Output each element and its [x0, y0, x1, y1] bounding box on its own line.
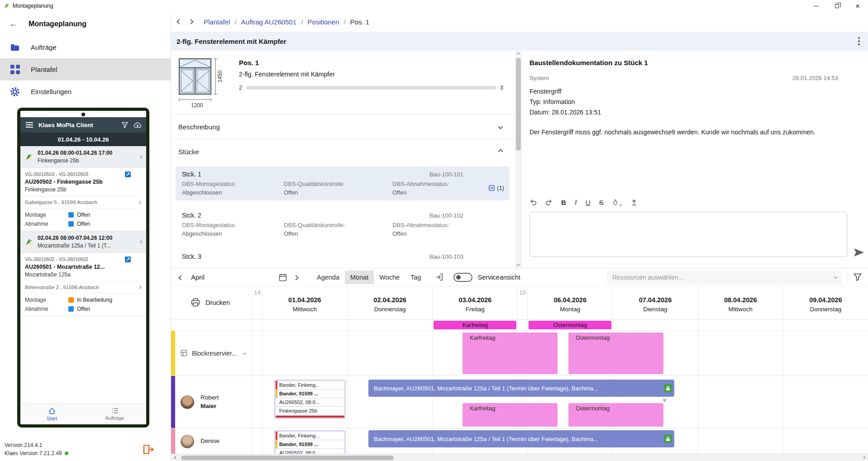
sidebar-item-plantafel[interactable]: Plantafel	[0, 58, 171, 81]
calendar-event-bachmayer[interactable]: Bachmayer, AU260501, Mozartstraße 125a /…	[368, 430, 674, 447]
task-item[interactable]: Bander, Finkeng...	[276, 432, 344, 440]
main-area: Plantafel / Auftrag AU260501 / Positione…	[171, 12, 868, 461]
send-button[interactable]	[854, 248, 864, 257]
order-address: Birkenstraße 2 , 91598 Ansbach	[25, 285, 99, 290]
day-header[interactable]: 01.04.2026Mittwoch	[262, 286, 347, 319]
close-button[interactable]: ×	[847, 0, 868, 12]
stueck-ref: Bau-100-102	[429, 212, 463, 219]
order-address: Gabelgasse 5 , 91599 Ansbach	[25, 200, 97, 205]
day-header[interactable]: 03.04.2026Freitag	[432, 286, 517, 319]
filter-icon[interactable]	[854, 273, 862, 281]
sidebar-item-auftraege[interactable]: Aufträge	[0, 36, 171, 58]
task-item[interactable]: Bander, 91599 ...	[276, 390, 344, 398]
view-tab-tag[interactable]: Tag	[405, 271, 426, 284]
section-beschreibung[interactable]: Beschreibung	[171, 114, 515, 139]
chevron-down-icon[interactable]	[498, 124, 503, 129]
chevron-down-icon	[619, 203, 622, 206]
back-arrow-icon[interactable]: ←	[9, 19, 18, 29]
calendar-event-bachmayer[interactable]: Bachmayer, AU260501, Mozartstraße 125a /…	[368, 380, 674, 397]
breadcrumb-link-positionen[interactable]: Positionen	[307, 18, 339, 26]
task-item[interactable]: AU260502, 08:0...	[276, 449, 344, 454]
appointment-place: Finkengasse 25b	[38, 157, 139, 164]
minimize-icon	[814, 6, 819, 6]
phone-app-header: Klaes MoPla Client	[20, 117, 146, 133]
calendar-grid: Drucken 14 01.04.2026Mittwoch 02.04.2026…	[171, 286, 868, 454]
scroll-up-arrow[interactable]	[515, 51, 522, 57]
print-button[interactable]: Drucken	[191, 298, 230, 307]
abnahme-label: Abnahme	[25, 221, 68, 227]
day-header[interactable]: 02.04.2026Donnerstag	[347, 286, 432, 319]
strikethrough-button[interactable]: S	[599, 199, 604, 206]
comment-input[interactable]	[529, 212, 847, 257]
month-picker[interactable]: April	[191, 273, 287, 281]
stueck-card-2[interactable]: Stck. 2 Bau-100-102 DBS-Montagestatus:Ab…	[176, 208, 510, 242]
order-place: Mozartstraße 125a	[25, 271, 142, 278]
horizontal-scrollbar[interactable]	[171, 454, 868, 461]
task-item[interactable]: AU260502, 08:0...	[276, 398, 344, 406]
scroll-right-arrow[interactable]	[860, 454, 867, 461]
day-header[interactable]: 09.04.2026Donnerstag	[783, 286, 868, 319]
bold-button[interactable]: B	[561, 199, 566, 206]
scroll-left-arrow[interactable]	[172, 454, 179, 461]
nav-back-icon[interactable]	[176, 19, 181, 24]
italic-button[interactable]: I	[575, 199, 577, 206]
breadcrumb-link-auftrag[interactable]: Auftrag AU260501	[241, 18, 297, 26]
lock-badge	[664, 435, 672, 443]
task-item[interactable]: Bander, Finkeng...	[276, 381, 344, 389]
chevron-right-icon	[138, 285, 141, 289]
minimize-button[interactable]	[806, 0, 826, 12]
chevron-down-icon[interactable]	[243, 352, 246, 355]
underline-button[interactable]: U	[586, 199, 591, 206]
task-card[interactable]: Bander, Finkeng... Bander, 91599 ... AU2…	[274, 430, 346, 454]
chevron-up-icon[interactable]	[498, 149, 503, 154]
scrollbar-thumb[interactable]	[181, 456, 394, 460]
resources-select[interactable]: Ressourcen auswählen...	[607, 271, 842, 284]
upload-icon[interactable]	[630, 199, 638, 206]
chevron-right-icon	[138, 200, 141, 204]
next-month-icon[interactable]	[292, 272, 300, 283]
day-header[interactable]: 08.04.2026Mittwoch	[698, 286, 783, 319]
entry-subject: Fenstergriff	[529, 88, 838, 95]
status-label: DBS-Qualitätskontrolle:	[284, 181, 392, 187]
status-open-icon	[68, 306, 74, 312]
status-label: DBS-Abnahmestatus:	[392, 181, 503, 187]
task-item[interactable]: Bander, 91599 ...	[276, 440, 344, 448]
jump-to-date-icon[interactable]	[435, 273, 444, 281]
vertical-scrollbar[interactable]	[515, 51, 522, 268]
scroll-down-arrow[interactable]	[515, 261, 522, 268]
blockreservation-icon	[181, 350, 187, 356]
stueck-card-3[interactable]: Stck. 3 Bau-100-103	[176, 249, 510, 265]
logout-icon[interactable]	[143, 444, 154, 455]
day-header[interactable]: 07.04.2026Dienstag	[612, 286, 697, 319]
redo-icon[interactable]	[545, 199, 553, 206]
view-tab-agenda[interactable]: Agenda	[311, 271, 345, 284]
prev-month-icon[interactable]	[177, 272, 185, 283]
status-label: DBS-Qualitätskontrolle:	[284, 222, 392, 228]
expand-events-icon[interactable]	[663, 398, 666, 401]
task-card[interactable]: Bander, Finkeng... Bander, 91599 ... AU2…	[274, 380, 346, 419]
day-header[interactable]: 06.04.2026Montag	[527, 286, 612, 319]
entry-author: System	[529, 75, 549, 81]
nav-forward-icon[interactable]	[188, 19, 193, 24]
note-count-button[interactable]: (1)	[488, 185, 504, 191]
service-view-toggle[interactable]	[453, 273, 472, 282]
stueck-card-1[interactable]: Stck. 1 Bau-100-101 DBS-Montagestatus:Ab…	[176, 166, 510, 200]
phone-tab-bar: Start Aufträge	[20, 404, 146, 424]
grid-icon	[9, 65, 21, 74]
view-tab-woche[interactable]: Woche	[374, 271, 405, 284]
note-count: (1)	[497, 185, 504, 191]
breadcrumb-link-plantafel[interactable]: Plantafel	[204, 18, 230, 26]
section-label: Stücke	[178, 148, 199, 156]
status-label: DBS-Montagestatus:	[182, 222, 284, 228]
font-color-button[interactable]	[612, 199, 622, 206]
undo-icon[interactable]	[529, 199, 537, 206]
restore-button[interactable]	[826, 0, 847, 12]
scrollbar-thumb[interactable]	[516, 58, 521, 151]
section-stuecke[interactable]: Stücke	[171, 139, 515, 164]
klaes-logo-icon	[25, 238, 33, 246]
kebab-menu-icon[interactable]	[858, 37, 860, 45]
resource-color-bar	[171, 428, 175, 454]
sidebar-item-einstellungen[interactable]: Einstellungen	[0, 81, 171, 103]
task-item[interactable]: Finkengasse 25b	[276, 407, 344, 415]
view-tab-monat[interactable]: Monat	[345, 271, 374, 284]
